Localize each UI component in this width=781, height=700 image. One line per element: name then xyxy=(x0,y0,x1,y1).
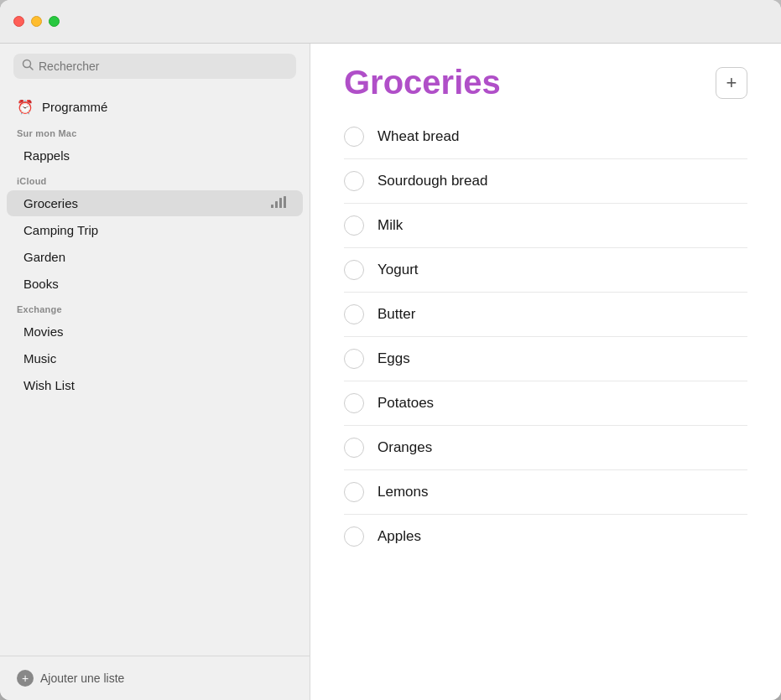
item-checkbox-9[interactable] xyxy=(344,526,364,547)
item-text-5: Eggs xyxy=(377,350,410,367)
sidebar-item-label-movies: Movies xyxy=(23,324,286,339)
sidebar-item-groceries[interactable]: Groceries xyxy=(7,190,303,216)
list-title: Groceries xyxy=(344,64,501,101)
item-checkbox-5[interactable] xyxy=(344,349,364,369)
sidebar-item-rappels[interactable]: Rappels xyxy=(7,143,303,169)
sidebar-item-label-rappels: Rappels xyxy=(23,148,286,163)
traffic-lights xyxy=(13,16,60,27)
svg-line-1 xyxy=(30,67,34,70)
programmed-label: Programmé xyxy=(42,100,107,114)
sidebar-item-music[interactable]: Music xyxy=(7,345,303,371)
list-item[interactable]: Sourdough bread xyxy=(344,159,747,204)
app-window: ⏰ Programmé Sur mon Mac Rappels iCloud G… xyxy=(0,0,781,700)
item-checkbox-0[interactable] xyxy=(344,127,364,147)
sidebar-item-label-groceries: Groceries xyxy=(23,196,263,210)
add-list-label: Ajouter une liste xyxy=(40,671,124,685)
svg-rect-2 xyxy=(271,205,273,208)
search-wrapper[interactable] xyxy=(13,54,296,79)
search-input[interactable] xyxy=(39,60,288,73)
sidebar-list: ⏰ Programmé Sur mon Mac Rappels iCloud G… xyxy=(0,89,310,656)
sidebar-item-label-music: Music xyxy=(23,351,286,366)
item-text-3: Yogurt xyxy=(377,262,419,278)
sidebar-item-label-garden: Garden xyxy=(23,250,286,264)
sidebar-item-wish-list[interactable]: Wish List xyxy=(7,372,303,398)
list-item[interactable]: Yogurt xyxy=(344,248,747,293)
svg-rect-5 xyxy=(284,196,286,208)
svg-rect-3 xyxy=(275,201,278,208)
list-item[interactable]: Butter xyxy=(344,293,747,337)
list-item[interactable]: Potatoes xyxy=(344,381,747,426)
sidebar-item-label-books: Books xyxy=(23,277,286,291)
list-item[interactable]: Oranges xyxy=(344,426,747,470)
sidebar-item-books[interactable]: Books xyxy=(7,271,303,297)
clock-icon: ⏰ xyxy=(17,99,34,115)
item-checkbox-8[interactable] xyxy=(344,482,364,502)
item-text-7: Oranges xyxy=(377,439,432,456)
sidebar-item-label-camping-trip: Camping Trip xyxy=(23,223,286,237)
main-content: ⏰ Programmé Sur mon Mac Rappels iCloud G… xyxy=(0,44,781,700)
main-header: Groceries + xyxy=(310,44,781,115)
sidebar-item-label-wish-list: Wish List xyxy=(23,378,286,392)
main-panel: Groceries + Wheat bread Sourdough bread … xyxy=(310,44,781,700)
item-text-6: Potatoes xyxy=(377,395,434,412)
sidebar-item-movies[interactable]: Movies xyxy=(7,319,303,345)
list-item[interactable]: Wheat bread xyxy=(344,115,747,159)
sidebar-item-garden[interactable]: Garden xyxy=(7,244,303,270)
list-item[interactable]: Lemons xyxy=(344,470,747,515)
item-checkbox-3[interactable] xyxy=(344,260,364,280)
titlebar xyxy=(0,0,781,44)
search-bar xyxy=(0,44,310,89)
minimize-button[interactable] xyxy=(31,16,42,27)
item-checkbox-4[interactable] xyxy=(344,304,364,324)
item-text-8: Lemons xyxy=(377,484,428,500)
add-list-icon: + xyxy=(17,670,34,687)
sidebar-item-programmed[interactable]: ⏰ Programmé xyxy=(0,92,310,122)
close-button[interactable] xyxy=(13,16,24,27)
section-header-sur-mon-mac: Sur mon Mac xyxy=(0,122,310,142)
add-list-button[interactable]: + Ajouter une liste xyxy=(0,656,310,700)
list-item[interactable]: Apples xyxy=(344,515,747,558)
list-item[interactable]: Milk xyxy=(344,204,747,248)
section-header-exchange: Exchange xyxy=(0,298,310,318)
share-icon xyxy=(271,196,286,210)
sidebar: ⏰ Programmé Sur mon Mac Rappels iCloud G… xyxy=(0,44,310,700)
svg-rect-4 xyxy=(279,198,282,208)
item-checkbox-2[interactable] xyxy=(344,215,364,236)
list-item[interactable]: Eggs xyxy=(344,337,747,381)
items-list: Wheat bread Sourdough bread Milk Yogurt xyxy=(310,115,781,700)
item-text-0: Wheat bread xyxy=(377,128,459,145)
item-text-4: Butter xyxy=(377,306,415,323)
sidebar-item-camping-trip[interactable]: Camping Trip xyxy=(7,217,303,243)
item-text-9: Apples xyxy=(377,528,421,545)
item-text-2: Milk xyxy=(377,217,403,234)
maximize-button[interactable] xyxy=(49,16,60,27)
search-icon xyxy=(22,59,34,74)
add-item-button[interactable]: + xyxy=(716,67,747,99)
item-checkbox-7[interactable] xyxy=(344,438,364,458)
item-checkbox-1[interactable] xyxy=(344,171,364,191)
item-text-1: Sourdough bread xyxy=(377,173,487,189)
item-checkbox-6[interactable] xyxy=(344,393,364,413)
section-header-icloud: iCloud xyxy=(0,169,310,189)
